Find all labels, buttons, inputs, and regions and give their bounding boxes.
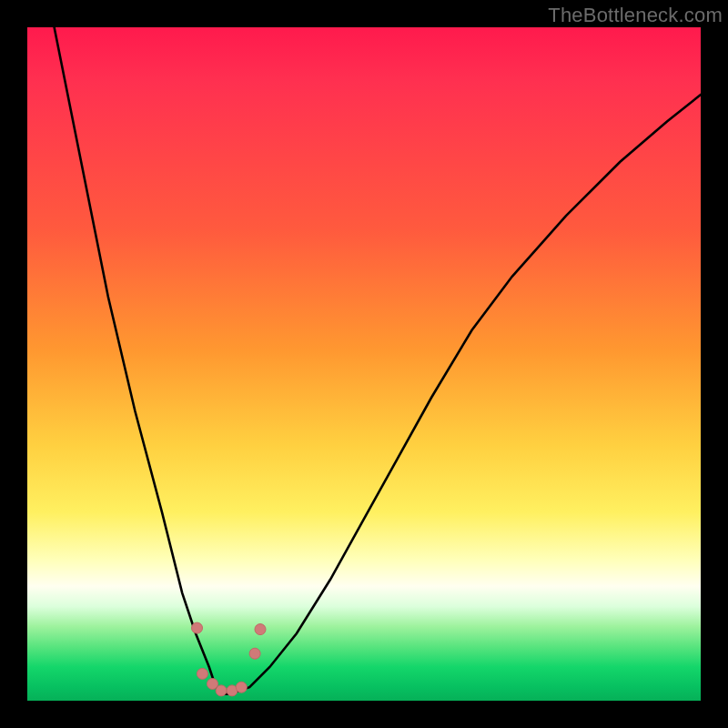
plot-area [27,27,701,701]
curve-marker [255,624,266,635]
curve-marker [236,682,247,693]
curve-marker [192,622,203,633]
curve-marker [216,685,227,696]
curve-marker [197,668,207,679]
bottleneck-curve-path [55,27,701,694]
chart-stage: TheBottleneck.com [0,0,728,728]
curve-marker [249,648,260,659]
curve-svg [27,27,701,701]
curve-markers [192,622,267,696]
attribution-text: TheBottleneck.com [548,4,723,27]
